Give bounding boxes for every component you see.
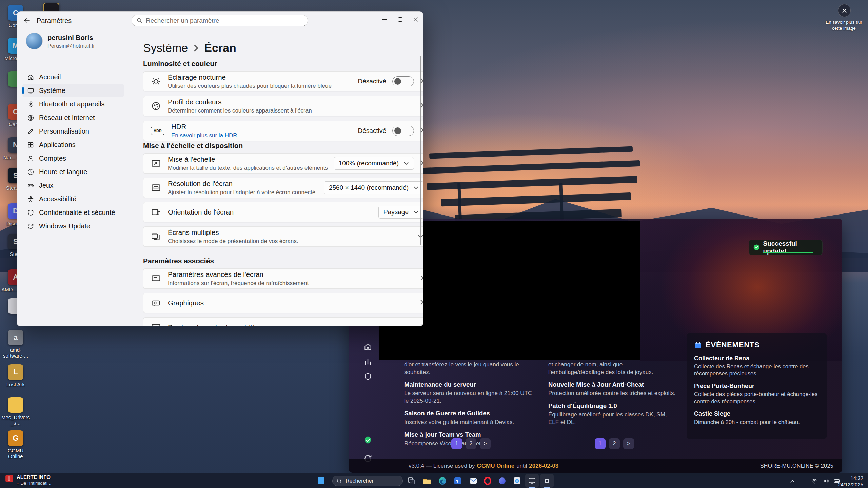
maximize-button[interactable]	[392, 12, 408, 27]
setting-card-graphics[interactable]: Graphiques	[143, 293, 423, 313]
spotlight-dismiss-button[interactable]	[838, 4, 851, 17]
desktop-app-icon[interactable]: L	[8, 364, 23, 380]
clock[interactable]: 14:32 24/12/2025	[838, 475, 863, 488]
display-app-button[interactable]	[525, 474, 539, 488]
settings-app-button[interactable]	[540, 474, 554, 488]
task-view-button[interactable]	[405, 474, 418, 488]
launcher-protection-status[interactable]	[362, 435, 373, 446]
page-button-1[interactable]: 1	[451, 438, 462, 449]
edge-browser-button[interactable]	[436, 474, 449, 488]
user-avatar[interactable]	[26, 33, 43, 49]
pinned-app-round-button[interactable]	[495, 474, 509, 488]
file-explorer-button[interactable]	[420, 474, 434, 488]
volume-tray-button[interactable]	[822, 477, 830, 485]
news-right-pagination: 1 2 >	[595, 438, 634, 449]
chevron-down-icon	[413, 210, 419, 214]
launcher-home-button[interactable]	[362, 341, 373, 352]
icon-glyph: a	[14, 333, 18, 342]
launcher-stats-button[interactable]	[362, 356, 373, 367]
sidebar-item-comptes[interactable]: Comptes	[22, 152, 124, 165]
setting-card-color-profile[interactable]: Profil de couleurs Déterminer comment le…	[143, 96, 423, 116]
news-item[interactable]: Maintenance du serveur Le serveur sera d…	[404, 381, 533, 405]
hdr-learn-more-link[interactable]: En savoir plus sur la HDR	[171, 132, 237, 139]
user-email: Perusini@hotmail.fr	[47, 43, 95, 49]
window-scrollbar[interactable]	[420, 56, 421, 245]
night-light-toggle[interactable]	[392, 76, 414, 86]
graphics-icon	[151, 298, 161, 308]
event-item[interactable]: Pièce Porte-Bonheur Collecte des pièces …	[694, 383, 820, 405]
close-button[interactable]	[408, 12, 423, 27]
setting-card-scaling[interactable]: Mise à l'échelle Modifier la taille du t…	[143, 153, 423, 174]
mail-app-button[interactable]	[467, 474, 480, 488]
setting-card-resolution[interactable]: Résolution de l'écran Ajuster la résolut…	[143, 178, 423, 198]
pinned-app-blue-button[interactable]	[451, 474, 465, 488]
sidebar-item-systeme[interactable]: Système	[22, 84, 124, 97]
setting-card-orientation[interactable]: Orientation de l'écran Paysage	[143, 202, 423, 222]
setting-card-night-light[interactable]: Éclairage nocturne Utiliser des couleurs…	[143, 71, 423, 92]
event-item[interactable]: Collecteur de Rena Collecte des Renas et…	[694, 355, 820, 378]
close-icon	[413, 17, 418, 22]
sidebar-item-confidentialite[interactable]: Confidentialité et sécurité	[22, 206, 124, 219]
desktop-icon-label: GGMU Online	[0, 448, 31, 460]
dropdown-value: 868 × 488 (recommandé)	[329, 184, 409, 191]
setting-card-hdr[interactable]: HDR HDR En savoir plus sur la HDR Désact…	[143, 121, 423, 141]
sidebar-item-label: Jeux	[39, 182, 53, 189]
network-tray-button[interactable]	[810, 477, 818, 485]
sidebar-item-label: Heure et langue	[39, 168, 87, 176]
news-item[interactable]: Patch d'Équilibrage 1.0 Équilibrage amél…	[548, 402, 677, 426]
event-body: Dimanche à 20h - combat pour le château.	[694, 419, 820, 426]
news-item[interactable]: Nouvelle Mise à Jour Anti-Cheat Protecti…	[548, 381, 677, 397]
event-item[interactable]: Castle Siege Dimanche à 20h - combat pou…	[694, 410, 820, 426]
sidebar-item-windows-update[interactable]: Windows Update	[22, 220, 124, 232]
sidebar-item-accueil[interactable]: Accueil	[22, 70, 124, 83]
page-next-button[interactable]: >	[623, 438, 634, 449]
setting-description: Modifier la taille du texte, des applica…	[168, 165, 328, 171]
sidebar-item-bluetooth[interactable]: Bluetooth et appareils	[22, 98, 124, 110]
setting-title: Position des indicateurs à l'écran	[168, 323, 269, 326]
spotlight-label[interactable]: En savoir plus sur cette image	[823, 19, 865, 32]
desktop-app-icon[interactable]: a	[8, 330, 23, 345]
page-button-1[interactable]: 1	[595, 438, 606, 449]
tray-overflow-button[interactable]	[788, 477, 796, 485]
news-ticker[interactable]: ALERTE INFO « De l'intimidati...	[5, 474, 51, 486]
back-button[interactable]	[20, 15, 33, 26]
sidebar-item-applications[interactable]: Applications	[22, 138, 124, 151]
setting-card-indicators[interactable]: Position des indicateurs à l'écran	[143, 317, 423, 326]
launcher-shield-button[interactable]	[362, 371, 373, 382]
mail-icon	[469, 477, 477, 485]
search-input[interactable]	[146, 17, 303, 24]
news-body-partial[interactable]: d'or et transférez-le vers le jeu quand …	[404, 361, 533, 377]
sidebar-item-heure-langue[interactable]: Heure et langue	[22, 165, 124, 178]
desktop-folder-icon[interactable]	[8, 397, 23, 413]
photos-app-button[interactable]	[510, 474, 524, 488]
sidebar-item-accessibilite[interactable]: Accessibilité	[22, 192, 124, 205]
page-button-2[interactable]: 2	[466, 438, 476, 449]
scaling-dropdown[interactable]: 100% (recommandé)	[334, 157, 414, 170]
desktop-app-icon[interactable]: G	[8, 430, 23, 446]
sidebar-item-jeux[interactable]: Jeux	[22, 179, 124, 192]
update-progress-bar	[763, 252, 813, 253]
resolution-dropdown[interactable]: 868 × 488 (recommandé)	[324, 181, 423, 194]
taskbar-search[interactable]: Rechercher	[332, 476, 403, 486]
page-button-2[interactable]: 2	[609, 438, 620, 449]
events-title: ÉVÉNEMENTS	[706, 341, 760, 349]
hdr-toggle[interactable]	[392, 126, 414, 136]
license-brand[interactable]: GGMU Online	[477, 463, 515, 469]
setting-card-multiple-displays[interactable]: Écrans multiples Choisissez le mode de p…	[143, 226, 423, 247]
person-icon	[27, 155, 34, 162]
orientation-dropdown[interactable]: Paysage	[378, 206, 423, 219]
breadcrumb-root[interactable]: Système	[143, 41, 188, 55]
setting-card-advanced-display[interactable]: Paramètres avancés de l'écran Informatio…	[143, 268, 423, 289]
page-next-button[interactable]: >	[480, 438, 491, 449]
opera-browser-button[interactable]	[481, 474, 494, 488]
minimize-button[interactable]	[377, 12, 392, 27]
ticker-text: « De l'intimidati...	[17, 481, 51, 486]
start-button[interactable]	[314, 474, 328, 488]
news-item[interactable]: Saison de Guerre de Guildes Inscrivez vo…	[404, 410, 533, 426]
brush-icon	[27, 128, 34, 135]
sidebar-item-personnalisation[interactable]: Personnalisation	[22, 125, 124, 138]
settings-search-box[interactable]	[132, 15, 308, 26]
news-body-partial[interactable]: et changer de nom, ainsi que l'emballage…	[548, 361, 677, 377]
speaker-icon	[823, 477, 829, 484]
sidebar-item-reseau[interactable]: Réseau et Internet	[22, 111, 124, 124]
